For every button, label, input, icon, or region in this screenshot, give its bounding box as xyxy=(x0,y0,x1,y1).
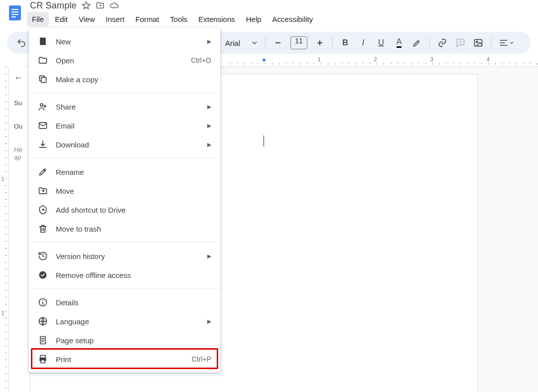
tab-marker-icon[interactable]: ▼ xyxy=(261,57,267,64)
file-menu-version-history[interactable]: Version history▶ xyxy=(29,247,220,265)
star-icon[interactable] xyxy=(82,1,91,10)
menu-item-label: Page setup xyxy=(56,336,211,345)
svg-rect-14 xyxy=(41,43,43,43)
svg-rect-22 xyxy=(40,356,45,358)
font-family-label: Arial xyxy=(225,39,240,47)
menu-separator xyxy=(29,242,220,243)
underline-button[interactable]: U xyxy=(373,34,390,51)
page-icon xyxy=(38,335,48,345)
shortcut-label: Ctrl+P xyxy=(192,355,211,363)
docs-logo[interactable] xyxy=(5,0,25,26)
svg-rect-3 xyxy=(11,14,18,15)
menu-extensions[interactable]: Extensions xyxy=(193,12,240,26)
font-family-select[interactable]: Arial xyxy=(221,39,261,47)
svg-point-8 xyxy=(418,39,420,41)
file-menu-move[interactable]: Move xyxy=(29,181,220,200)
rename-icon xyxy=(38,167,48,177)
file-menu-rename[interactable]: Rename xyxy=(29,162,220,181)
folder-icon xyxy=(38,55,48,65)
menu-view[interactable]: View xyxy=(74,12,100,26)
file-menu-share[interactable]: Share▶ xyxy=(29,97,220,116)
outline-back-icon[interactable]: ← xyxy=(14,73,26,83)
menu-separator xyxy=(29,288,220,289)
menu-item-label: Share xyxy=(56,103,199,111)
italic-button[interactable]: I xyxy=(355,34,372,51)
file-menu-open[interactable]: OpenCtrl+O xyxy=(29,51,220,70)
ruler-mark: 1 xyxy=(318,57,321,62)
file-menu-remove-offline-access[interactable]: Remove offline access xyxy=(29,265,220,284)
file-menu-add-shortcut-to-drive[interactable]: Add shortcut to Drive xyxy=(29,200,220,219)
svg-rect-0 xyxy=(9,5,21,20)
cloud-status-icon[interactable] xyxy=(110,1,119,10)
submenu-arrow-icon: ▶ xyxy=(207,318,211,325)
svg-point-16 xyxy=(40,104,43,106)
outline-hint-1: He xyxy=(14,146,26,153)
file-menu-page-setup[interactable]: Page setup xyxy=(29,331,220,350)
menu-help[interactable]: Help xyxy=(241,12,267,26)
svg-rect-4 xyxy=(11,16,16,17)
move-to-folder-icon[interactable] xyxy=(96,1,105,10)
file-menu-details[interactable]: Details xyxy=(29,293,220,312)
submenu-arrow-icon: ▶ xyxy=(207,123,211,129)
text-cursor xyxy=(264,135,264,146)
font-size-input[interactable]: 11 xyxy=(290,36,307,49)
doc-icon xyxy=(38,36,48,46)
file-menu-language[interactable]: Language▶ xyxy=(29,312,220,331)
menu-item-label: Details xyxy=(56,298,211,307)
svg-rect-1 xyxy=(11,9,18,10)
move-icon xyxy=(38,186,48,196)
file-menu-move-to-trash[interactable]: Move to trash xyxy=(29,219,220,238)
menu-edit[interactable]: Edit xyxy=(50,12,73,26)
svg-rect-24 xyxy=(41,360,45,363)
svg-rect-5 xyxy=(275,42,280,43)
bold-button[interactable]: B xyxy=(337,34,354,51)
menu-tools[interactable]: Tools xyxy=(165,12,192,26)
svg-point-18 xyxy=(39,271,47,279)
menu-separator xyxy=(29,158,220,158)
submenu-arrow-icon: ▶ xyxy=(207,141,211,148)
menu-accessibility[interactable]: Accessibility xyxy=(268,12,318,26)
outline-hint-2: ap xyxy=(14,153,26,161)
file-menu-make-a-copy[interactable]: Make a copy xyxy=(29,70,220,89)
highlight-color-button[interactable] xyxy=(408,34,425,51)
menu-item-label: Download xyxy=(56,140,199,149)
menu-item-label: Open xyxy=(56,56,183,65)
file-menu-new[interactable]: New▶ xyxy=(29,32,220,51)
svg-rect-12 xyxy=(41,39,45,40)
svg-rect-15 xyxy=(41,78,46,83)
print-icon xyxy=(38,354,48,364)
ruler-mark: 2 xyxy=(374,57,377,62)
mail-icon xyxy=(38,121,48,131)
ruler-mark: 4 xyxy=(487,57,490,62)
file-menu-dropdown: New▶OpenCtrl+OMake a copyShare▶Email▶Dow… xyxy=(29,28,220,373)
svg-rect-2 xyxy=(11,11,18,12)
submenu-arrow-icon: ▶ xyxy=(207,38,211,45)
menu-file[interactable]: File xyxy=(27,12,49,26)
menu-item-label: Version history xyxy=(56,252,199,261)
file-menu-print[interactable]: PrintCtrl+P xyxy=(29,350,220,369)
outline-heading-label: Ou xyxy=(14,123,26,130)
share-icon xyxy=(38,102,48,112)
document-title[interactable]: CR Sample xyxy=(30,0,77,11)
insert-image-button[interactable] xyxy=(470,34,487,51)
file-menu-email[interactable]: Email▶ xyxy=(29,116,220,135)
insert-link-button[interactable] xyxy=(434,34,451,51)
align-paragraph-button[interactable] xyxy=(495,34,517,51)
menu-insert[interactable]: Insert xyxy=(101,12,130,26)
globe-icon xyxy=(38,316,48,326)
menu-item-label: Language xyxy=(56,317,199,326)
add-comment-button[interactable] xyxy=(452,34,469,51)
decrease-font-size-button[interactable] xyxy=(269,34,286,51)
menu-format[interactable]: Format xyxy=(131,12,164,26)
trash-icon xyxy=(38,224,48,234)
file-menu-download[interactable]: Download▶ xyxy=(29,135,220,154)
undo-button[interactable] xyxy=(13,34,30,51)
text-color-button[interactable]: A xyxy=(391,34,407,51)
menu-item-label: Rename xyxy=(56,168,211,176)
vertical-ruler[interactable]: 12 xyxy=(0,67,9,392)
ruler-mark: 3 xyxy=(430,57,433,62)
submenu-arrow-icon: ▶ xyxy=(207,253,211,260)
menu-item-label: New xyxy=(56,37,199,46)
menu-item-label: Remove offline access xyxy=(56,271,211,279)
increase-font-size-button[interactable] xyxy=(311,34,328,51)
